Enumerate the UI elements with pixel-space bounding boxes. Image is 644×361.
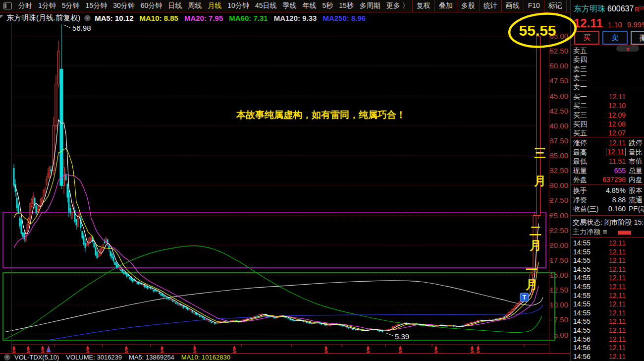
period-tab-5秒[interactable]: 5秒 — [319, 1, 336, 10]
volume-values: VOL-TDX(5,10)VOLUME: 3016239MA5: 1386925… — [14, 354, 237, 361]
tick-row: 14:5512.11 — [573, 308, 644, 317]
tick-time: 14:56 — [573, 335, 590, 343]
label-secondary: 流通 — [629, 195, 643, 204]
svg-text:52.50: 52.50 — [549, 47, 568, 55]
divider — [571, 184, 644, 185]
tick-price: 12.11 — [609, 343, 626, 352]
stat-row-涨停: 涨停12.11跌停 — [573, 138, 644, 147]
value: 12.10 — [608, 101, 626, 110]
svg-text:30.00: 30.00 — [549, 181, 568, 189]
layout-icon[interactable] — [3, 2, 12, 9]
period-tab-1分钟[interactable]: 1分钟 — [35, 1, 59, 10]
tick-row: 14:5512.11 — [573, 239, 644, 247]
tick-row: 14:5512.11 — [573, 326, 644, 335]
label-secondary: PE(动 — [629, 204, 644, 213]
stock-header[interactable]: 东方明珠600637R500 — [574, 4, 644, 14]
label-secondary: 量比 — [629, 148, 643, 157]
value: 4.85% — [606, 186, 626, 195]
ma-legend-value: MA120: 9.33 — [274, 14, 317, 22]
label: 涨停 — [573, 139, 587, 147]
period-tab-5分钟[interactable]: 5分钟 — [59, 1, 83, 10]
stat-row-现量: 现量655总量 — [573, 166, 644, 175]
toolbar-button-叠加[interactable]: 叠加 — [434, 0, 457, 12]
month-annotation: 月 — [534, 174, 546, 187]
price-change-pct: 9.99% — [627, 20, 644, 29]
period-tab-季线[interactable]: 季线 — [279, 1, 299, 10]
quote-panel: 东方明珠600637R500 12.11 1.10 9.99% 买 卖 撤 « … — [570, 0, 644, 361]
svg-text:20.00: 20.00 — [549, 241, 568, 249]
period-tab-15分钟[interactable]: 15分钟 — [83, 1, 110, 10]
tick-row: 14:5512.11 — [573, 247, 644, 256]
ma-legend-value: MA60: 7.31 — [229, 14, 268, 22]
ma-values: MA5: 10.12MA10: 8.85MA20: 7.95MA60: 7.31… — [95, 14, 372, 22]
period-tab-60分钟[interactable]: 60分钟 — [138, 1, 165, 10]
high-label: 56.98 — [72, 24, 91, 32]
svg-text:25.00: 25.00 — [549, 211, 568, 220]
stat-row-外盘: 外盘637298内盘 — [573, 175, 644, 184]
cancel-order-button[interactable]: 撤 — [631, 31, 644, 45]
value: 11.51 — [609, 157, 626, 166]
toolbar-button-F10[interactable]: F10 — [524, 0, 544, 12]
label-secondary: 跌停 — [629, 138, 643, 147]
period-tab-多周期[interactable]: 多周期 — [357, 1, 383, 10]
svg-text:7.50: 7.50 — [554, 315, 568, 324]
period-tab-45日线[interactable]: 45日线 — [252, 1, 280, 10]
period-tab-年线[interactable]: 年线 — [299, 1, 319, 10]
tick-time: 14:55 — [573, 248, 590, 256]
ask-row-卖四: 卖四 — [573, 55, 644, 64]
toolbar-button-统计[interactable]: 统计 — [479, 0, 501, 12]
toolbar-button-标记[interactable]: 标记 — [544, 0, 566, 12]
divider — [571, 91, 644, 91]
tick-time: 14:55 — [573, 265, 590, 273]
ask-row-卖三: 卖三 — [573, 64, 644, 73]
svg-text:47.50: 47.50 — [549, 76, 568, 85]
toolbar-button-画线[interactable]: 画线 — [501, 0, 524, 12]
value: 12.11 — [609, 138, 626, 147]
toolbar-button-复权[interactable]: 复权 — [412, 0, 434, 12]
month-annotation: 三 — [534, 146, 546, 160]
svg-text:27.50: 27.50 — [549, 196, 568, 204]
scroll-corner-icon[interactable] — [0, 15, 3, 18]
tick-time: 14:55 — [573, 239, 590, 247]
buy-button[interactable]: 买 — [574, 31, 599, 45]
period-tab-月线[interactable]: 月线 — [205, 1, 224, 10]
tick-price: 12.11 — [609, 273, 626, 282]
stat-row-净资: 净资8.88流通 — [573, 195, 644, 204]
ask-row-卖一: 卖一 — [573, 82, 644, 91]
month-annotation: 月 — [529, 239, 541, 252]
period-tab-10分钟[interactable]: 10分钟 — [224, 1, 252, 10]
label: 卖三 — [573, 65, 587, 73]
period-tab-更多 〉[interactable]: 更多 〉 — [383, 1, 412, 10]
toolbar-button-多股[interactable]: 多股 — [457, 0, 479, 12]
tick-time: 14:55 — [573, 300, 590, 308]
tick-price: 12.11 — [609, 317, 626, 326]
volume-indicator-row: ˅ VOL-TDX(5,10)VOLUME: 3016239MA5: 13869… — [0, 353, 570, 361]
ma-legend-value: MA20: 7.95 — [184, 14, 223, 22]
tick-price: 12.11 — [609, 291, 626, 300]
stat-row-最低: 最低11.51市值 — [573, 157, 644, 166]
tick-price: 12.11 — [609, 239, 626, 247]
svg-text:12.50: 12.50 — [549, 286, 568, 294]
period-tab-30分钟[interactable]: 30分钟 — [110, 1, 138, 10]
main-flow-label[interactable]: 主力净额≣ — [573, 228, 607, 237]
tick-time: 14:55 — [573, 309, 590, 317]
candlestick-chart[interactable]: 55.0052.5050.0047.5045.0042.5040.0037.50… — [0, 0, 644, 361]
month-annotation: 月 — [525, 278, 537, 291]
ma-legend-value: MA5: 10.12 — [95, 14, 133, 22]
period-tab-周线[interactable]: 周线 — [185, 1, 205, 10]
tick-time: 14:56 — [573, 353, 590, 361]
stat-row-换手: 换手4.85%股本 — [573, 186, 644, 195]
label: 买四 — [573, 120, 587, 128]
label: 卖五 — [573, 47, 587, 55]
period-tab-15秒[interactable]: 15秒 — [336, 1, 357, 10]
tick-row: 14:5612.11 — [573, 343, 644, 352]
chevron-down-icon[interactable]: ˅ — [4, 354, 10, 361]
tick-price: 12.11 — [609, 300, 626, 308]
period-tab-分时[interactable]: 分时 — [15, 1, 35, 10]
sell-button[interactable]: 卖 — [602, 31, 628, 45]
label: 换手 — [573, 186, 587, 194]
chevron-down-icon[interactable]: ˅ — [84, 15, 91, 21]
period-tab-日线[interactable]: 日线 — [165, 1, 185, 10]
value: 12.07 — [608, 128, 626, 137]
tick-row: 14:5512.11 — [573, 291, 644, 300]
